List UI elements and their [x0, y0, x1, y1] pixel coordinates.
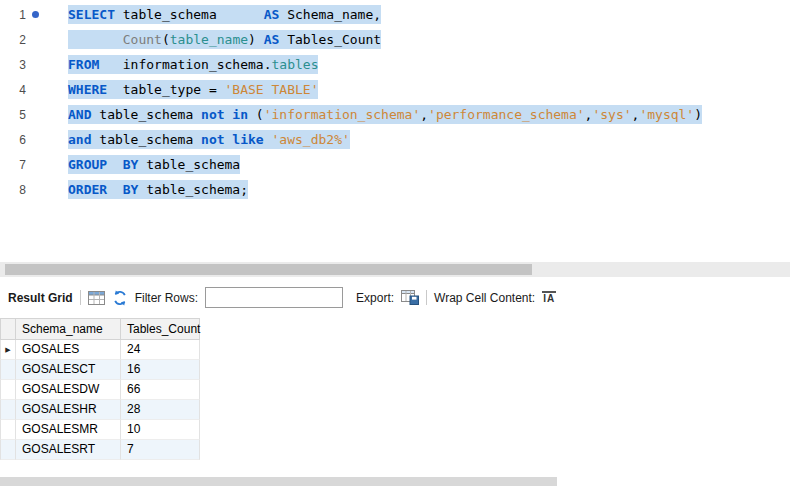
cell-schema-name[interactable]: GOSALESHR	[16, 400, 121, 420]
scrollbar-thumb[interactable]	[5, 264, 532, 275]
cell-schema-name[interactable]: GOSALESRT	[16, 440, 121, 460]
result-grid-label: Result Grid	[8, 291, 73, 305]
code-line[interactable]: 2 Count(table_name) AS Tables_Count	[0, 27, 790, 52]
row-selector[interactable]	[0, 420, 16, 440]
refresh-icon[interactable]	[112, 290, 128, 306]
line-number: 2	[0, 33, 26, 47]
row-selector[interactable]	[0, 380, 16, 400]
cell-tables-count[interactable]: 66	[121, 380, 200, 400]
editor-lines: 1SELECT table_schema AS Schema_name,2 Co…	[0, 2, 790, 202]
code-text-selected[interactable]: and table_schema not like 'aws_db2%'	[68, 130, 350, 149]
marker-gutter	[26, 127, 44, 152]
row-selector[interactable]: ▶	[0, 340, 16, 360]
line-number: 4	[0, 83, 26, 97]
code-text-selected[interactable]: ORDER BY table_schema;	[68, 180, 248, 199]
code-line[interactable]: 6and table_schema not like 'aws_db2%'	[0, 127, 790, 152]
result-grid: Schema_name Tables_Count ▶GOSALES24GOSAL…	[0, 318, 200, 460]
export-label: Export:	[356, 291, 394, 305]
result-grid-icon[interactable]	[88, 291, 105, 305]
line-number: 3	[0, 58, 26, 72]
code-text-selected[interactable]: Count(table_name) AS Tables_Count	[68, 30, 381, 49]
code-text-selected[interactable]: SELECT table_schema AS Schema_name,	[68, 5, 381, 24]
marker-gutter	[26, 27, 44, 52]
result-grid-body: ▶GOSALES24GOSALESCT16GOSALESDW66GOSALESH…	[0, 340, 200, 460]
column-header-schema-name[interactable]: Schema_name	[16, 318, 121, 340]
marker-gutter	[26, 152, 44, 177]
result-row: GOSALESHR28	[0, 400, 200, 420]
line-number: 6	[0, 133, 26, 147]
statement-marker-icon	[26, 2, 44, 27]
result-row: GOSALESCT16	[0, 360, 200, 380]
filter-rows-label: Filter Rows:	[135, 291, 198, 305]
result-row: ▶GOSALES24	[0, 340, 200, 360]
sql-editor[interactable]: 1SELECT table_schema AS Schema_name,2 Co…	[0, 0, 790, 260]
cell-tables-count[interactable]: 10	[121, 420, 200, 440]
editor-horizontal-scrollbar[interactable]	[0, 262, 790, 277]
toolbar-separator	[80, 290, 81, 305]
result-grid-bottom-scrollbar[interactable]	[0, 477, 557, 486]
code-line[interactable]: 7GROUP BY table_schema	[0, 152, 790, 177]
cell-tables-count[interactable]: 16	[121, 360, 200, 380]
filter-rows-input[interactable]	[205, 287, 343, 308]
code-text-selected[interactable]: GROUP BY table_schema	[68, 155, 240, 174]
column-header-tables-count[interactable]: Tables_Count	[121, 318, 200, 340]
line-number: 1	[0, 8, 26, 22]
line-number: 5	[0, 108, 26, 122]
cell-schema-name[interactable]: GOSALESDW	[16, 380, 121, 400]
code-line[interactable]: 5AND table_schema not in ('information_s…	[0, 102, 790, 127]
result-row: GOSALESRT7	[0, 440, 200, 460]
result-row: GOSALESDW66	[0, 380, 200, 400]
row-selector[interactable]	[0, 400, 16, 420]
toolbar-separator	[426, 290, 427, 305]
code-line[interactable]: 1SELECT table_schema AS Schema_name,	[0, 2, 790, 27]
row-selector[interactable]	[0, 440, 16, 460]
header-row-selector[interactable]	[0, 318, 16, 340]
row-selector[interactable]	[0, 360, 16, 380]
marker-gutter	[26, 52, 44, 77]
code-text-selected[interactable]: FROM information_schema.tables	[68, 55, 318, 74]
result-grid-header: Schema_name Tables_Count	[0, 318, 200, 340]
cell-schema-name[interactable]: GOSALES	[16, 340, 121, 360]
code-text-selected[interactable]: WHERE table_type = 'BASE TABLE'	[68, 80, 318, 99]
cell-schema-name[interactable]: GOSALESCT	[16, 360, 121, 380]
cell-tables-count[interactable]: 24	[121, 340, 200, 360]
code-line[interactable]: 8ORDER BY table_schema;	[0, 177, 790, 202]
cell-tables-count[interactable]: 28	[121, 400, 200, 420]
line-number: 7	[0, 158, 26, 172]
cell-schema-name[interactable]: GOSALESMR	[16, 420, 121, 440]
current-row-arrow-icon: ▶	[5, 340, 10, 359]
marker-gutter	[26, 177, 44, 202]
code-line[interactable]: 3FROM information_schema.tables	[0, 52, 790, 77]
marker-gutter	[26, 77, 44, 102]
export-icon[interactable]	[401, 290, 419, 305]
marker-gutter	[26, 102, 44, 127]
cell-tables-count[interactable]: 7	[121, 440, 200, 460]
line-number: 8	[0, 183, 26, 197]
code-line[interactable]: 4WHERE table_type = 'BASE TABLE'	[0, 77, 790, 102]
wrap-cell-content-label: Wrap Cell Content:	[434, 291, 535, 305]
code-text-selected[interactable]: AND table_schema not in ('information_sc…	[68, 105, 702, 124]
result-grid-toolbar: Result Grid Filter Rows: Export:	[0, 277, 790, 318]
result-row: GOSALESMR10	[0, 420, 200, 440]
wrap-cell-content-icon[interactable]: IA	[542, 291, 556, 305]
